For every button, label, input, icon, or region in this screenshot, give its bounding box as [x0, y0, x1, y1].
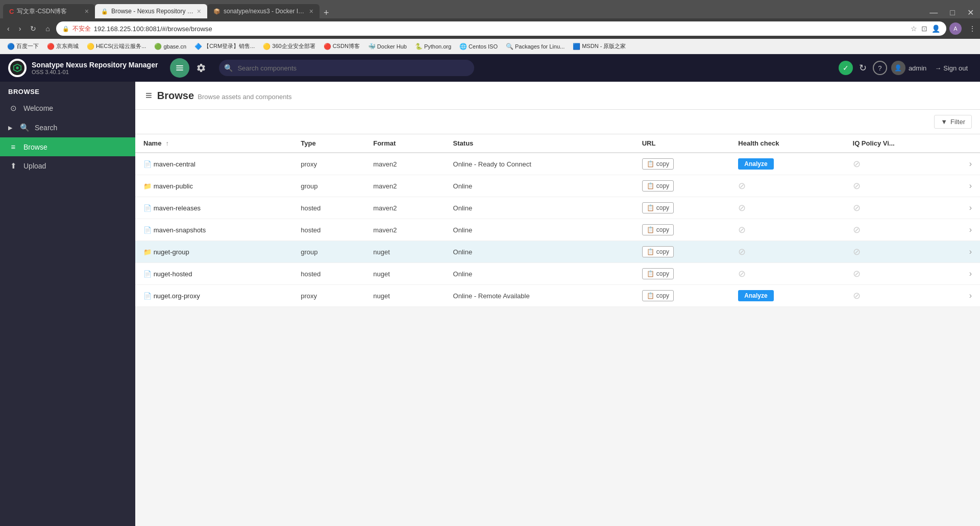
- svg-point-1: [16, 66, 18, 69]
- bookmark-crm-label: 【CRM登录】销售...: [204, 42, 255, 50]
- sidebar-item-search[interactable]: ▶ 🔍 Search: [0, 118, 135, 137]
- bookmark-star-icon[interactable]: ☆: [911, 25, 917, 33]
- bookmark-jd[interactable]: 🔴 京东商城: [44, 41, 82, 51]
- cell-format: maven2: [365, 153, 445, 175]
- iq-disabled-icon: ⊘: [853, 181, 861, 191]
- header-nav-icons: [170, 58, 211, 78]
- bookmark-crm[interactable]: 🔷 【CRM登录】销售...: [191, 41, 258, 51]
- chrome-user-avatar[interactable]: A: [949, 22, 962, 35]
- settings-icon-btn[interactable]: [191, 58, 211, 78]
- tab-nexus-close[interactable]: ×: [197, 7, 201, 15]
- repo-name[interactable]: maven-releases: [154, 204, 201, 212]
- cell-url: 📋 copy: [634, 241, 730, 263]
- close-button[interactable]: ✕: [964, 7, 977, 18]
- row-expand-icon[interactable]: ›: [969, 247, 972, 256]
- bookmark-packages[interactable]: 🔍 Packages for Linu...: [503, 42, 568, 51]
- repo-name[interactable]: maven-public: [154, 182, 193, 190]
- cell-format: maven2: [365, 197, 445, 219]
- th-name-sort[interactable]: Name ↑: [143, 139, 284, 147]
- repo-name[interactable]: maven-central: [154, 160, 195, 168]
- copy-icon: 📋: [647, 160, 654, 168]
- profile-icon[interactable]: 👤: [932, 25, 940, 33]
- repo-name[interactable]: nuget-group: [154, 248, 189, 256]
- refresh-button[interactable]: ↻: [857, 60, 869, 76]
- copy-url-button[interactable]: 📋 copy: [642, 290, 674, 301]
- bookmark-msdn[interactable]: 🟦 MSDN - 原版之家: [570, 41, 629, 51]
- row-expand-icon[interactable]: ›: [969, 159, 972, 168]
- copy-url-button[interactable]: 📋 copy: [642, 202, 674, 213]
- home-button[interactable]: ⌂: [42, 22, 53, 35]
- tab-nexus[interactable]: 🔒 Browse - Nexus Repository M... ×: [95, 4, 207, 18]
- forward-button[interactable]: ›: [16, 22, 24, 35]
- repo-name[interactable]: maven-snapshots: [154, 226, 206, 234]
- copy-url-button[interactable]: 📋 copy: [642, 268, 674, 279]
- row-expand-icon[interactable]: ›: [969, 225, 972, 234]
- analyze-button[interactable]: Analyze: [738, 290, 773, 301]
- copy-label: copy: [656, 248, 669, 255]
- tab-search-icon[interactable]: ⊡: [921, 25, 927, 33]
- bookmark-csdn[interactable]: 🔴 CSDN博客: [321, 41, 363, 51]
- sidebar-item-welcome[interactable]: ⊙ Welcome: [0, 99, 135, 118]
- cell-status: Online: [445, 219, 634, 241]
- filter-button[interactable]: ▼ Filter: [934, 115, 972, 129]
- tab-docker-close[interactable]: ×: [309, 7, 313, 15]
- sidebar-item-browse[interactable]: ≡ Browse: [0, 137, 135, 156]
- jd-icon: 🔴: [47, 43, 55, 50]
- cell-status: Online: [445, 241, 634, 263]
- bookmark-centos[interactable]: 🌐 Centos ISO: [456, 42, 501, 51]
- table-row: 📁 nuget-group group nuget Online 📋 copy …: [135, 241, 980, 263]
- new-tab-button[interactable]: +: [320, 8, 333, 18]
- copy-icon: 📋: [647, 292, 654, 299]
- app-name: Sonatype Nexus Repository Manager: [32, 61, 158, 69]
- bookmark-baidu[interactable]: 🔵 百度一下: [4, 41, 42, 51]
- help-button[interactable]: ?: [873, 61, 887, 75]
- cell-type: hosted: [292, 263, 365, 285]
- maximize-button[interactable]: □: [947, 7, 958, 18]
- bookmark-packages-label: Packages for Linu...: [515, 43, 565, 50]
- hecs-icon: 🟡: [87, 43, 94, 50]
- cell-chevron: ›: [961, 153, 980, 175]
- repo-name[interactable]: nuget.org-proxy: [154, 292, 200, 300]
- cell-type: hosted: [292, 219, 365, 241]
- bookmark-360[interactable]: 🟡 360企业安全部署: [260, 41, 318, 51]
- tab-csdn[interactable]: C 写文章-CSDN博客 ×: [3, 4, 95, 18]
- copy-url-button[interactable]: 📋 copy: [642, 246, 674, 257]
- tab-csdn-close[interactable]: ×: [85, 7, 89, 15]
- cell-type: hosted: [292, 197, 365, 219]
- bookmark-dockerhub[interactable]: 🐳 Docker Hub: [365, 42, 410, 51]
- cell-type: group: [292, 241, 365, 263]
- sidebar-item-upload[interactable]: ⬆ Upload: [0, 156, 135, 176]
- sign-out-button[interactable]: → Sign out: [930, 62, 972, 74]
- address-bar: ‹ › ↻ ⌂ 🔒 不安全 192.168.225.100:8081/#/bro…: [0, 18, 980, 39]
- copy-icon: 📋: [647, 204, 654, 211]
- bookmark-jd-label: 京东商城: [56, 42, 79, 50]
- browse-nav-icon[interactable]: [170, 58, 189, 78]
- url-bar[interactable]: 🔒 不安全 192.168.225.100:8081/#/browse/brow…: [56, 21, 946, 36]
- content-area: ≡ Browse Browse assets and components ▼ …: [135, 82, 980, 526]
- back-button[interactable]: ‹: [4, 22, 13, 35]
- url-text: 192.168.225.100:8081/#/browse/browse: [94, 25, 908, 33]
- status-ok-icon: ✓: [839, 61, 853, 75]
- row-expand-icon[interactable]: ›: [969, 181, 972, 190]
- bookmark-gbase[interactable]: 🟢 gbase.cn: [151, 42, 189, 51]
- user-info[interactable]: 👤 admin: [891, 61, 926, 75]
- analyze-button[interactable]: Analyze: [738, 158, 773, 170]
- cell-format: nuget: [365, 241, 445, 263]
- copy-url-button[interactable]: 📋 copy: [642, 158, 674, 170]
- cell-url: 📋 copy: [634, 197, 730, 219]
- copy-url-button[interactable]: 📋 copy: [642, 224, 674, 235]
- row-expand-icon[interactable]: ›: [969, 291, 972, 300]
- repo-name[interactable]: nuget-hosted: [154, 270, 192, 278]
- row-expand-icon[interactable]: ›: [969, 269, 972, 278]
- reload-button[interactable]: ↻: [27, 22, 39, 35]
- repo-type-icon: 📁: [143, 182, 152, 190]
- bookmark-hecs[interactable]: 🟡 HECS(云端云服务...: [84, 41, 149, 51]
- th-name[interactable]: Name ↑: [135, 134, 292, 153]
- copy-url-button[interactable]: 📋 copy: [642, 180, 674, 192]
- search-input[interactable]: [219, 60, 474, 76]
- tab-docker[interactable]: 📦 sonatype/nexus3 - Docker Im... ×: [207, 4, 320, 18]
- minimize-button[interactable]: —: [926, 7, 941, 18]
- extensions-icon[interactable]: ⋮: [969, 25, 976, 33]
- bookmark-python[interactable]: 🐍 Python.org: [412, 42, 454, 51]
- row-expand-icon[interactable]: ›: [969, 203, 972, 212]
